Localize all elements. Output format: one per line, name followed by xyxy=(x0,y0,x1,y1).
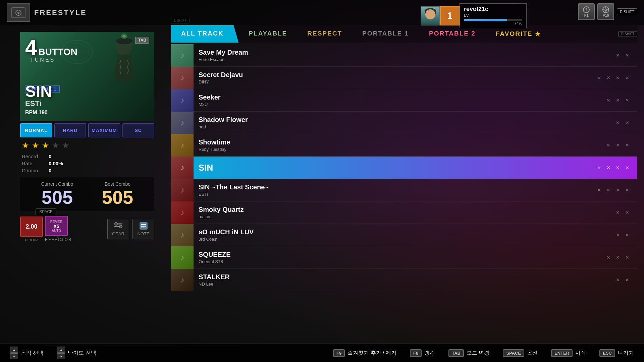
track-name: SIN xyxy=(199,163,591,173)
track-artist: Oriental ST8 xyxy=(199,259,600,264)
down-arrow-key: ▼ xyxy=(10,353,18,359)
note-icon xyxy=(139,222,149,230)
combo-section: Current Combo 505 Best Combo 505 xyxy=(20,177,154,211)
track-info: Secret Dejavu DINY xyxy=(194,71,596,84)
track-thumbnail: ♪ xyxy=(171,224,194,246)
x-mark[interactable]: ✕ xyxy=(624,164,631,171)
track-name: Showtime xyxy=(199,138,600,146)
x-mark[interactable]: ✕ xyxy=(605,142,612,148)
track-row[interactable]: ♪ SIN ~The Last Scene~ ESTi ✕ ✕ ✕ ✕ xyxy=(171,179,637,201)
combo-value-stat: 0 xyxy=(49,168,153,173)
rshift-tab-key: R SHIFT xyxy=(618,31,637,37)
track-list: ♪ Save My Dream Forte Escape ✕ ✕ ♪ Secre… xyxy=(171,44,637,291)
svg-point-20 xyxy=(119,225,122,228)
x-mark[interactable]: ✕ xyxy=(614,74,621,81)
x-mark[interactable]: ✕ xyxy=(614,119,621,126)
track-x-marks: ✕ ✕ xyxy=(614,232,637,238)
track-thumbnail: ♪ xyxy=(171,89,194,112)
x-mark[interactable]: ✕ xyxy=(596,187,602,193)
track-thumbnail: ♪ xyxy=(171,157,194,179)
track-name: Save My Dream xyxy=(199,49,609,56)
x-mark[interactable]: ✕ xyxy=(624,97,631,104)
diff-maximum-btn[interactable]: MAXIMUM xyxy=(88,123,120,137)
option-label: 옵션 xyxy=(527,350,538,357)
tab-playable[interactable]: PLAYABLE xyxy=(238,25,297,43)
track-name: Seeker xyxy=(199,94,600,101)
x-mark[interactable]: ✕ xyxy=(624,277,631,283)
track-row[interactable]: ♪ Shadow Flower ned ✕ ✕ xyxy=(171,112,637,134)
diff-hard-btn[interactable]: HARD xyxy=(54,123,87,137)
track-row[interactable]: ♪ SQUEEZE Oriental ST8 ✕ ✕ ✕ xyxy=(171,246,637,269)
x-mark[interactable]: ✕ xyxy=(605,97,612,104)
favorite-label: 즐겨찾기 추가 / 제거 xyxy=(347,350,396,357)
gear-button[interactable]: GEAR xyxy=(107,219,129,239)
gear-label: GEAR xyxy=(112,231,124,236)
x-mark[interactable]: ✕ xyxy=(614,142,621,148)
track-x-marks: ✕ ✕ ✕ xyxy=(605,97,637,104)
x-mark[interactable]: ✕ xyxy=(624,142,631,148)
character-artwork xyxy=(97,34,151,104)
track-info: Showtime Ruby Tuesday xyxy=(194,138,605,152)
user-name: revol21c xyxy=(464,6,522,13)
current-track-title: SIN xyxy=(25,82,52,101)
x-mark[interactable]: ✕ xyxy=(596,164,602,171)
x-mark[interactable]: ✕ xyxy=(605,254,612,261)
speed-label: SPEED xyxy=(20,238,43,241)
x-mark[interactable]: ✕ xyxy=(614,187,621,193)
track-row[interactable]: ♪ Seeker M2U ✕ ✕ ✕ xyxy=(171,89,637,112)
track-row[interactable]: ♪ sO mUCH iN LUV 3rd Coast ✕ ✕ xyxy=(171,224,637,246)
diff-normal-btn[interactable]: NORMAL xyxy=(20,123,52,137)
x-mark[interactable]: ✕ xyxy=(614,209,621,216)
track-name: SIN ~The Last Scene~ xyxy=(199,183,591,191)
star-2: ★ xyxy=(32,141,39,150)
track-artist: 3rd Coast xyxy=(199,237,609,242)
track-row[interactable]: ♪ Save My Dream Forte Escape ✕ ✕ xyxy=(171,44,637,67)
x-mark[interactable]: ✕ xyxy=(624,74,631,81)
track-x-marks: ✕ ✕ ✕ ✕ xyxy=(596,164,637,171)
track-number-badge: 4 BUTTON TUNES xyxy=(25,37,77,58)
note-label: NOTE xyxy=(137,231,149,236)
bottom-tab: TAB 모드 변경 xyxy=(448,349,489,357)
x-mark[interactable]: ✕ xyxy=(624,52,631,59)
f10-button[interactable]: F10 xyxy=(597,3,614,20)
track-thumbnail: ♪ xyxy=(171,67,194,89)
x-mark[interactable]: ✕ xyxy=(624,119,631,126)
x-mark[interactable]: ✕ xyxy=(614,277,621,283)
best-combo-label: Best Combo xyxy=(102,181,133,187)
svg-line-3 xyxy=(12,8,25,18)
bottom-bar: ▲ ▼ 음악 선택 ▲ ▼ 난이도 선택 F9 즐겨찾기 추가 / 제거 F8 … xyxy=(0,344,644,362)
track-info: sO mUCH iN LUV 3rd Coast xyxy=(194,228,614,242)
tab-all-track[interactable]: ALL TRACK xyxy=(171,25,238,43)
bottom-music-select: ▲ ▼ 음악 선택 xyxy=(10,347,44,359)
diff-sc-btn[interactable]: SC xyxy=(122,123,155,137)
x-mark[interactable]: ✕ xyxy=(596,74,602,81)
x-mark[interactable]: ✕ xyxy=(605,74,612,81)
bottom-space: SPACE 옵션 xyxy=(503,349,538,357)
fever-button[interactable]: FEVER X5 AUTO xyxy=(45,216,68,236)
track-row[interactable]: ♪ Secret Dejavu DINY ✕ ✕ ✕ ✕ xyxy=(171,67,637,89)
x-mark[interactable]: ✕ xyxy=(624,187,631,193)
x-mark[interactable]: ✕ xyxy=(605,187,612,193)
track-row-active[interactable]: ♪ SIN ✕ ✕ ✕ ✕ xyxy=(171,157,637,179)
f1-button[interactable]: ? F1 xyxy=(578,3,595,20)
effector-box: 2.00 SPEED FEVER X5 AUTO EFFECTOR xyxy=(20,216,72,242)
x-mark[interactable]: ✕ xyxy=(624,232,631,238)
x-mark[interactable]: ✕ xyxy=(614,97,621,104)
x-mark[interactable]: ✕ xyxy=(624,209,631,216)
speed-button[interactable]: 2.00 xyxy=(20,217,43,237)
tab-portable1[interactable]: PORTABLE 1 xyxy=(352,25,419,43)
x-mark[interactable]: ✕ xyxy=(605,164,612,171)
x-mark[interactable]: ✕ xyxy=(614,52,621,59)
bottom-esc: ESC 나가기 xyxy=(599,349,634,357)
x-mark[interactable]: ✕ xyxy=(614,164,621,171)
track-row[interactable]: ♪ Showtime Ruby Tuesday ✕ ✕ ✕ xyxy=(171,134,637,157)
x-mark[interactable]: ✕ xyxy=(614,254,621,261)
track-row[interactable]: ♪ Smoky Quartz makou ✕ ✕ xyxy=(171,201,637,224)
tab-respect[interactable]: RESPECT xyxy=(297,25,352,43)
track-row[interactable]: ♪ STALKER ND Lee ✕ ✕ xyxy=(171,269,637,291)
note-button[interactable]: NOTE xyxy=(132,219,154,239)
x-mark[interactable]: ✕ xyxy=(624,254,631,261)
favorite-star-icon: ★ xyxy=(535,30,541,38)
x-mark[interactable]: ✕ xyxy=(614,232,621,238)
esc-key: ESC xyxy=(599,349,615,357)
